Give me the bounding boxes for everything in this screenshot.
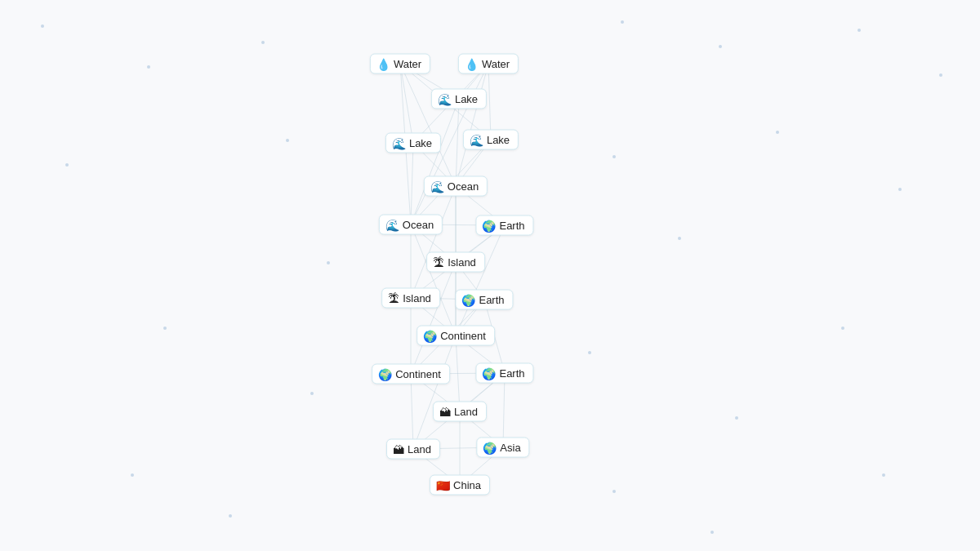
node-continent1[interactable]: 🌍Continent [416,326,495,346]
svg-line-8 [456,64,488,186]
svg-line-13 [411,143,413,224]
node-icon-earth1: 🌍 [482,220,496,231]
node-label-earth2: Earth [479,294,504,306]
svg-line-36 [456,335,460,411]
node-icon-land1: 🏔 [439,406,451,417]
node-lake2[interactable]: 🌊Lake [385,133,441,153]
node-ocean2[interactable]: 🌊Ocean [379,215,443,235]
node-icon-ocean2: 🌊 [385,219,399,230]
svg-line-23 [411,224,456,335]
svg-line-44 [503,373,505,447]
node-land1[interactable]: 🏔Land [433,402,487,422]
node-icon-earth2: 🌍 [461,294,475,305]
node-icon-china1: 🇨🇳 [436,479,450,491]
node-icon-continent2: 🌍 [378,368,392,380]
node-label-china1: China [453,479,481,491]
node-label-island1: Island [448,256,476,269]
node-water1[interactable]: 💧Water [370,54,430,74]
node-label-continent2: Continent [395,368,441,380]
node-label-water2: Water [482,58,510,70]
node-island2[interactable]: 🏝Island [381,288,440,309]
svg-line-37 [413,335,456,449]
edges-svg [0,0,980,551]
node-earth1[interactable]: 🌍Earth [475,216,533,236]
node-icon-water1: 💧 [376,58,390,69]
svg-line-1 [400,64,413,143]
node-label-ocean2: Ocean [403,219,434,231]
node-earth3[interactable]: 🌍Earth [475,363,533,384]
node-label-ocean1: Ocean [448,180,479,193]
node-land2[interactable]: 🏔Land [386,439,440,460]
node-icon-lake1: 🌊 [438,93,452,104]
node-icon-earth3: 🌍 [482,367,496,379]
svg-line-10 [456,99,459,186]
node-icon-continent1: 🌍 [423,330,437,341]
node-label-lake1: Lake [455,93,478,105]
node-island1[interactable]: 🏝Island [426,252,485,273]
node-label-lake3: Lake [487,134,510,146]
node-icon-land2: 🏔 [393,443,404,455]
svg-line-7 [488,64,491,140]
node-icon-island1: 🏝 [433,256,444,268]
node-label-earth1: Earth [499,220,524,232]
node-label-island2: Island [403,292,431,304]
node-label-earth3: Earth [499,367,524,380]
node-ocean1[interactable]: 🌊Ocean [424,176,488,197]
svg-line-40 [411,374,413,449]
node-label-lake2: Lake [409,137,432,149]
graph-container: 💧Water💧Water🌊Lake🌊Lake🌊Lake🌊Ocean🌊Ocean🌍… [0,0,980,551]
node-label-land1: Land [454,406,478,418]
node-label-land2: Land [408,443,431,455]
node-label-asia1: Asia [500,442,520,454]
node-lake3[interactable]: 🌊Lake [463,130,519,150]
node-earth2[interactable]: 🌍Earth [455,290,513,310]
node-lake1[interactable]: 🌊Lake [431,89,487,109]
node-icon-lake3: 🌊 [470,134,483,145]
node-continent2[interactable]: 🌍Continent [372,364,450,384]
svg-line-17 [411,186,456,298]
svg-line-11 [411,99,459,224]
node-icon-ocean1: 🌊 [430,180,444,192]
node-label-continent1: Continent [440,330,486,342]
svg-line-3 [400,64,456,186]
node-icon-lake2: 🌊 [392,137,406,149]
svg-line-26 [456,225,505,335]
node-icon-asia1: 🌍 [483,442,497,453]
svg-line-28 [411,262,456,374]
node-asia1[interactable]: 🌍Asia [476,438,529,458]
node-china1[interactable]: 🇨🇳China [430,475,490,495]
node-icon-island2: 🏝 [388,292,399,304]
node-label-water1: Water [394,58,421,70]
node-icon-water2: 💧 [465,58,479,69]
node-water2[interactable]: 💧Water [458,54,519,74]
